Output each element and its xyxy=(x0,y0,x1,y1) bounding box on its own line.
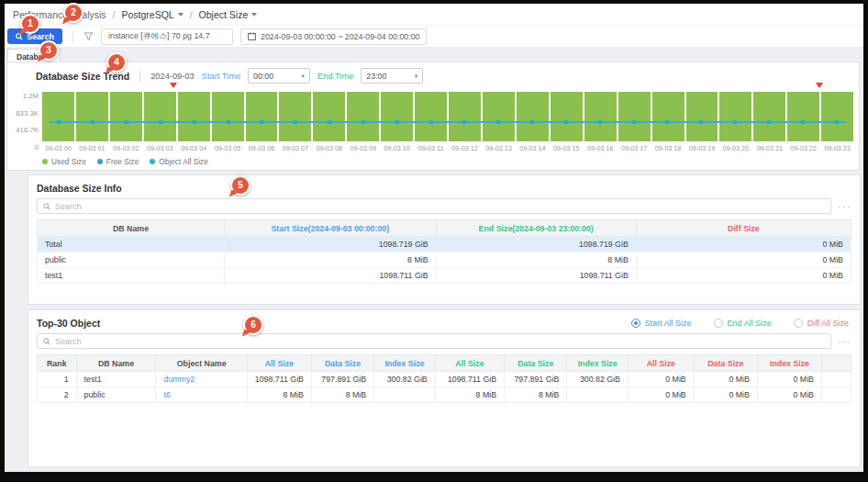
column-header[interactable]: Index Size xyxy=(567,355,629,372)
table-cell: 8 MiB xyxy=(435,387,504,403)
annotation-badge-4: 4 xyxy=(106,52,127,73)
more-menu-icon[interactable]: ··· xyxy=(838,337,851,346)
table-cell: 1098.719 GiB xyxy=(225,237,437,252)
top30-object-row[interactable]: 2publict68 MiB8 MiB8 MiB8 MiB0 MiB0 MiB0… xyxy=(38,387,851,403)
column-header[interactable]: Data Size xyxy=(311,355,373,372)
data-point xyxy=(428,120,433,125)
column-header[interactable]: All Size xyxy=(435,355,504,372)
column-header[interactable]: DB Name xyxy=(76,355,156,372)
object-name-link[interactable]: dummy2 xyxy=(163,375,195,384)
data-point xyxy=(631,120,636,125)
table-cell: 0 MiB xyxy=(757,372,821,387)
db-size-row[interactable]: Total1098.719 GiB1098.719 GiB0 MiB xyxy=(38,237,851,252)
data-point xyxy=(530,120,535,125)
y-axis-label: 0 xyxy=(9,143,39,151)
annotation-badge-3: 3 xyxy=(39,40,59,61)
column-header[interactable]: Object Name xyxy=(156,355,247,372)
magnifier-icon xyxy=(43,338,50,345)
breadcrumb-label: PostgreSQL xyxy=(121,9,173,20)
x-axis-label: 09-03 00 xyxy=(42,144,74,152)
chevron-down-icon xyxy=(251,13,257,17)
x-axis-label: 09-03 18 xyxy=(652,144,684,152)
column-header[interactable]: Index Size xyxy=(374,355,436,372)
annotation-badge-5: 5 xyxy=(230,175,250,196)
table-cell xyxy=(374,387,436,403)
legend-item-object-all-size[interactable]: Object All Size xyxy=(150,157,208,166)
instance-selector[interactable]: instance [큐에스] 70 pg 14.7 xyxy=(101,28,233,45)
column-header[interactable]: All Size xyxy=(247,355,311,372)
column-header[interactable]: Diff Size xyxy=(636,220,851,237)
column-header[interactable]: Rank xyxy=(38,355,77,372)
table-cell xyxy=(821,387,851,403)
data-point xyxy=(699,120,704,125)
column-header[interactable]: End Size(2024-09-03 23:00:00) xyxy=(436,220,636,237)
legend-label: Free Size xyxy=(106,157,139,166)
used-size-bar xyxy=(753,92,785,141)
column-header[interactable]: Data Size xyxy=(505,355,567,372)
x-axis-label: 09-03 10 xyxy=(381,144,413,152)
radio-end-all-size[interactable]: End All Size xyxy=(714,319,772,328)
table-cell: 300.82 GiB xyxy=(567,372,629,387)
more-menu-icon[interactable]: ··· xyxy=(838,202,851,211)
table-header-row: DB NameStart Size(2024-09-03 00:00:00)En… xyxy=(38,220,851,237)
radio-icon xyxy=(631,319,640,328)
top30-search-row: ··· xyxy=(37,333,851,349)
table-cell: 0 MiB xyxy=(694,387,757,403)
used-size-bar xyxy=(212,92,244,141)
x-axis-label: 09-03 08 xyxy=(313,144,345,152)
breadcrumb-item-postgresql[interactable]: PostgreSQL xyxy=(121,9,183,20)
trend-date[interactable]: 2024-09-03 xyxy=(150,72,195,81)
calendar-icon xyxy=(248,32,256,40)
top30-search-input[interactable] xyxy=(37,333,831,349)
table-cell: 797.891 GiB xyxy=(505,372,567,387)
column-header[interactable]: All Size xyxy=(628,355,694,372)
db-size-row[interactable]: public8 MiB8 MiB0 MiB xyxy=(38,252,851,268)
data-point xyxy=(665,120,670,125)
radio-label: Diff All Size xyxy=(807,319,849,328)
radio-label: Start All Size xyxy=(645,319,692,328)
db-size-row[interactable]: test11098.711 GiB1098.711 GiB0 MiB xyxy=(38,268,851,284)
used-size-bar xyxy=(652,92,684,141)
radio-icon xyxy=(794,319,803,328)
table-cell: 1098.711 GiB xyxy=(225,268,437,284)
legend-dot xyxy=(42,159,48,164)
x-axis-label: 09-03 22 xyxy=(787,144,819,152)
instance-selector-label: instance [큐에스] 70 pg 14.7 xyxy=(108,31,210,42)
legend-item-used-size[interactable]: Used Size xyxy=(42,157,86,166)
x-axis-label: 09-03 02 xyxy=(110,144,142,152)
db-info-search-input[interactable] xyxy=(37,198,831,214)
x-axis-label: 09-03 20 xyxy=(719,144,751,152)
breadcrumb-item-object-size[interactable]: Object Size xyxy=(199,9,258,20)
table-cell: test1 xyxy=(76,372,156,387)
used-size-bar xyxy=(381,92,413,141)
column-header[interactable] xyxy=(821,355,851,372)
radio-start-all-size[interactable]: Start All Size xyxy=(631,319,692,328)
x-axis-label: 09-03 13 xyxy=(483,144,515,152)
end-time-select[interactable]: 23:00 ▾ xyxy=(361,68,423,84)
top30-object-row[interactable]: 1test1dummy21098.711 GiB797.891 GiB300.8… xyxy=(38,372,851,387)
used-size-bar xyxy=(110,92,142,141)
top30-search-field xyxy=(55,337,825,346)
x-axis-label: 09-03 04 xyxy=(178,144,210,152)
table-cell: public xyxy=(38,252,225,268)
start-time-select[interactable]: 00:00 ▾ xyxy=(248,68,310,84)
column-header[interactable]: Index Size xyxy=(757,355,821,372)
used-size-bar xyxy=(313,92,345,141)
x-axis-label: 09-03 05 xyxy=(212,144,244,152)
radio-diff-all-size[interactable]: Diff All Size xyxy=(794,319,849,328)
legend-item-free-size[interactable]: Free Size xyxy=(97,157,139,166)
x-axis-label: 09-03 21 xyxy=(753,144,785,152)
table-cell: 0 MiB xyxy=(636,252,851,268)
object-name-link[interactable]: t6 xyxy=(163,390,170,399)
data-point xyxy=(294,120,298,125)
table-cell: 0 MiB xyxy=(628,372,694,387)
date-range-picker[interactable]: 2024-09-03 00:00:00 ~ 2024-09-04 00:00:0… xyxy=(240,28,427,45)
trend-chart[interactable] xyxy=(42,90,853,141)
filter-funnel-icon[interactable] xyxy=(83,32,94,41)
db-size-info-panel: Database Size Info ··· DB NameStart Size… xyxy=(28,174,861,305)
column-header[interactable]: Start Size(2024-09-03 00:00:00) xyxy=(225,220,437,237)
table-cell: 797.891 GiB xyxy=(311,372,373,387)
column-header[interactable]: DB Name xyxy=(38,220,225,237)
column-header[interactable]: Data Size xyxy=(694,355,757,372)
data-point xyxy=(226,120,230,125)
